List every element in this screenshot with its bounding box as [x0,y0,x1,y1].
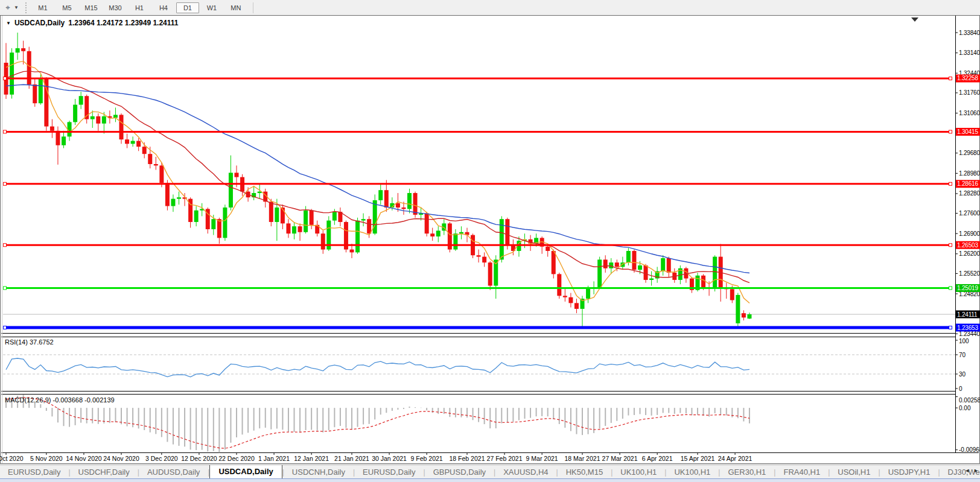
line-handle [4,130,7,133]
svg-text:1.28980: 1.28980 [959,170,980,177]
date-label: 1 Jan 2021 [258,455,290,462]
chart-tab-usdjpy-h1[interactable]: USDJPY,H1 [880,466,938,479]
svg-text:1.33140: 1.33140 [959,49,980,56]
date-label: 12 Dec 2020 [181,455,217,462]
date-label: 27 Mar 2021 [602,455,638,462]
chart-tab-eurusd-daily[interactable]: EURUSD,Daily [355,466,423,479]
date-label: 24 Apr 2021 [718,455,752,462]
svg-text:1.31760: 1.31760 [959,89,980,96]
svg-text:1.26900: 1.26900 [959,230,980,237]
svg-text:1.25019: 1.25019 [957,285,978,291]
chart-tab-audusd-daily[interactable]: AUDUSD,Daily [139,466,208,479]
svg-text:0.00258: 0.00258 [959,397,980,404]
svg-text:1.29680: 1.29680 [959,150,980,156]
timeframe-button-d1[interactable]: D1 [176,2,199,13]
collapse-chart-icon[interactable]: ▼ [6,21,11,26]
line-handle [4,244,7,247]
timeframe-button-m5[interactable]: M5 [56,2,78,13]
svg-text:1.30415: 1.30415 [957,128,978,135]
date-label: 22 Dec 2020 [218,455,255,462]
svg-text:1.32258: 1.32258 [957,75,978,81]
chart-tab-usoil-h1[interactable]: USOil,H1 [830,466,878,479]
line-handle [4,287,7,290]
toolbar-divider [253,2,253,13]
line-handle [949,182,952,185]
macd-indicator-label: MACD(12,26,9) -0.003668 -0.002139 [5,396,115,404]
chevron-down-icon[interactable]: ▼ [14,5,19,10]
timeframe-button-m30[interactable]: M30 [104,2,127,13]
date-label: 21 Jan 2021 [334,455,369,462]
timeframe-button-w1[interactable]: W1 [200,2,223,13]
svg-text:1.26200: 1.26200 [959,250,980,257]
line-handle [949,326,952,329]
timeframe-button-m1[interactable]: M1 [31,2,54,13]
chart-tab-usdchf-daily[interactable]: USDCHF,Daily [71,466,138,479]
svg-text:1.31060: 1.31060 [959,110,980,116]
timeframe-toolbar: ⌖ ▼ M1M5M15M30H1H4D1W1MN [0,0,980,16]
chart-tab-fra40-h1[interactable]: FRA40,H1 [775,466,828,479]
chart-tab-gbpusd-daily[interactable]: GBPUSD,Daily [425,466,494,479]
date-label: 18 Feb 2021 [450,455,485,462]
chart-background [0,15,980,464]
chart-tab-ger30-h1[interactable]: GER30,H1 [720,466,774,479]
date-label: 27 Oct 2020 [0,455,24,462]
svg-text:1.27600: 1.27600 [959,210,980,217]
svg-text:1.33840: 1.33840 [959,30,980,36]
date-label: 9 Mar 2021 [526,455,558,462]
timeframe-buttons: M1M5M15M30H1H4D1W1MN [31,2,248,13]
date-label: 15 Apr 2021 [681,455,715,462]
line-handle [949,287,952,290]
svg-text:1.26503: 1.26503 [957,242,978,249]
crosshair-tool-icon[interactable]: ⌖ [2,2,14,13]
line-handle [4,182,7,185]
date-label: 14 Nov 2020 [66,455,102,462]
svg-text:1.25520: 1.25520 [959,270,980,277]
svg-text:0: 0 [959,385,962,392]
date-label: 30 Jan 2021 [372,455,407,462]
svg-text:1.28280: 1.28280 [959,190,980,197]
date-label: 18 Mar 2021 [565,455,600,462]
svg-text:0.00: 0.00 [959,405,971,411]
svg-text:-0.00968: -0.00968 [959,446,980,453]
timeframe-button-h4[interactable]: H4 [152,2,175,13]
svg-text:70: 70 [959,352,966,358]
rsi-indicator-label: RSI(14) 37.6752 [5,338,54,346]
chart-tab-usdcad-daily[interactable]: USDCAD,Daily [209,465,282,479]
chart-tab-uk100-h1[interactable]: UK100,H1 [666,466,718,479]
chart-canvas[interactable]: 1.338401.331401.324401.317601.310601.296… [0,15,980,465]
chart-tab-uk100-h1[interactable]: UK100,H1 [612,466,664,479]
tab-scroll-arrows: ◄ ► [964,468,979,474]
date-label: 3 Dec 2020 [145,455,178,462]
date-label: 6 Apr 2021 [642,455,673,462]
window-bottom-edge [0,478,980,482]
svg-text:1.28616: 1.28616 [957,180,978,187]
svg-text:30: 30 [959,371,966,378]
timeframe-button-m15[interactable]: M15 [80,2,103,13]
chart-title: ▼ USDCAD,Daily 1.23964 1.24172 1.23949 1… [6,19,178,27]
chart-tab-usdcnh-daily[interactable]: USDCNH,Daily [284,466,353,479]
chart-symbol-label: USDCAD,Daily [14,19,65,27]
date-label: 5 Nov 2020 [30,455,63,462]
date-label: 24 Nov 2020 [103,455,139,462]
line-handle [949,77,952,80]
svg-text:1.24111: 1.24111 [957,311,978,318]
svg-text:100: 100 [959,338,969,344]
timeframe-button-h1[interactable]: H1 [128,2,151,13]
chart-tab-xauusd-h4[interactable]: XAUUSD,H4 [495,466,556,479]
line-handle [4,326,7,329]
toolbar-grip[interactable] [25,2,27,13]
chart-ohlc-values: 1.23964 1.24172 1.23949 1.24111 [68,19,178,27]
tab-scroll-left-icon[interactable]: ◄ [964,468,970,474]
trading-terminal: { "toolbar": { "pointer_tool_icon": "⌖",… [0,0,980,482]
line-handle [4,77,7,80]
line-handle [949,244,952,247]
timeframe-button-mn[interactable]: MN [224,2,247,13]
line-handle [949,130,952,133]
chart-tab-hk50-m15[interactable]: HK50,M15 [558,466,611,479]
date-label: 9 Feb 2021 [411,455,443,462]
chart-tab-eurusd-daily[interactable]: EURUSD,Daily [0,466,68,479]
chart-window: 1.338401.331401.324401.317601.310601.296… [0,15,980,465]
svg-text:1.23653: 1.23653 [957,325,978,331]
tab-scroll-right-icon[interactable]: ► [973,468,979,474]
symbol-tab-bar: EURUSD,Daily|USDCHF,Daily|AUDUSD,Daily|U… [0,465,980,479]
